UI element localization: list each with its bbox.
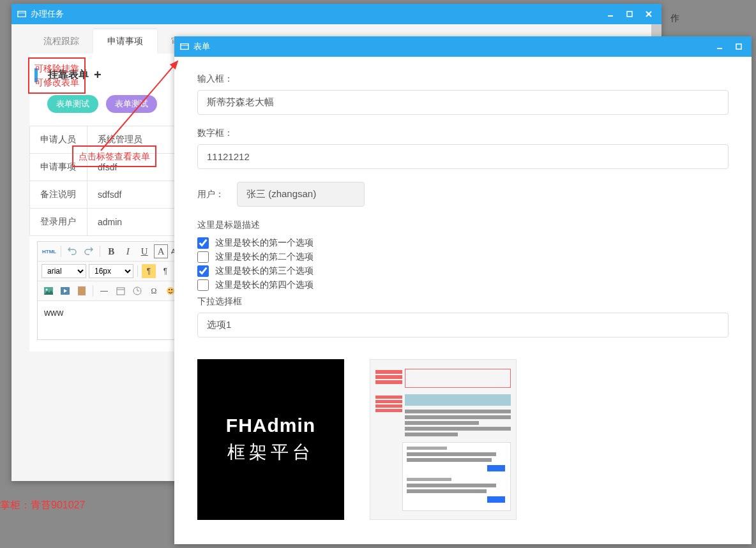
checkbox-input[interactable]: [197, 251, 209, 263]
form-window: 表单 输入框： 数字框： 用户： 这里是标题描述 这里是较长的第一个选项 这里是…: [174, 36, 752, 544]
hr-button[interactable]: —: [97, 284, 111, 298]
annotation-1: 可移除挂靠 可修改表单: [28, 57, 86, 94]
checkbox-label: 这里是较长的第三个选项: [215, 265, 314, 277]
svg-point-7: [46, 289, 48, 291]
quote-button[interactable]: ¶: [158, 264, 172, 278]
image-fhadmin: FHAdmin 框架平台: [197, 359, 344, 520]
fontsize-select[interactable]: 16px: [89, 264, 133, 278]
svg-rect-10: [78, 286, 86, 295]
checkbox-option-4[interactable]: 这里是较长的第四个选项: [197, 278, 729, 292]
svg-rect-11: [117, 288, 125, 295]
task-window-titlebar[interactable]: 办理任务: [11, 4, 662, 24]
para-button[interactable]: ¶: [142, 264, 156, 278]
checkbox-label: 这里是较长的第四个选项: [215, 279, 314, 291]
tab-apply-item[interactable]: 申请事项: [93, 29, 157, 54]
watermark: @51CTO博客: [686, 529, 746, 542]
task-window-title: 办理任务: [31, 8, 603, 20]
bg-text: 作: [670, 13, 679, 24]
cell-label: 备注说明: [30, 181, 87, 209]
svg-line-18: [101, 61, 178, 151]
checkbox-input[interactable]: [197, 237, 209, 249]
window-icon: [17, 9, 27, 19]
file-icon[interactable]: [75, 284, 89, 298]
checkbox-input[interactable]: [197, 279, 209, 291]
svg-point-14: [167, 287, 174, 295]
annotation-2: 点击标签查看表单: [72, 145, 156, 167]
svg-point-15: [169, 289, 170, 290]
image-screenshot: [370, 359, 517, 520]
select-label: 下拉选择框: [197, 296, 729, 307]
number-label: 数字框：: [197, 128, 729, 139]
input-label: 输入框：: [197, 73, 729, 85]
close-button[interactable]: [641, 8, 656, 20]
maximize-button[interactable]: [622, 8, 637, 20]
checkbox-label: 这里是较长的第二个选项: [215, 251, 314, 263]
tab-process-track[interactable]: 流程跟踪: [29, 29, 93, 54]
image-icon[interactable]: [42, 284, 56, 298]
font-select[interactable]: arial: [42, 264, 86, 278]
video-icon[interactable]: [58, 284, 72, 298]
redo-button[interactable]: [82, 244, 96, 258]
checkbox-option-3[interactable]: 这里是较长的第三个选项: [197, 264, 729, 278]
maximize-button[interactable]: [731, 40, 746, 53]
checkbox-input[interactable]: [197, 265, 209, 277]
date-icon[interactable]: [114, 284, 128, 298]
underline-button[interactable]: U: [137, 244, 151, 258]
html-button[interactable]: HTML: [42, 244, 57, 258]
undo-button[interactable]: [65, 244, 79, 258]
checkbox-option-1[interactable]: 这里是较长的第一个选项: [197, 236, 729, 250]
italic-button[interactable]: I: [121, 244, 135, 258]
svg-point-16: [171, 289, 172, 290]
omega-button[interactable]: Ω: [147, 284, 161, 298]
checkbox-group-label: 这里是标题描述: [197, 219, 729, 231]
svg-rect-22: [736, 44, 741, 49]
svg-rect-0: [18, 11, 26, 17]
number-input[interactable]: [197, 144, 729, 169]
select-field[interactable]: [197, 313, 729, 337]
svg-rect-19: [181, 44, 188, 50]
svg-rect-3: [627, 11, 632, 17]
checkbox-option-2[interactable]: 这里是较长的第二个选项: [197, 250, 729, 264]
window-icon: [179, 41, 190, 52]
user-field: [237, 182, 365, 207]
time-icon[interactable]: [130, 284, 144, 298]
fontcolor-button[interactable]: A: [154, 244, 168, 258]
form-tag-1[interactable]: 表单测试: [47, 95, 98, 113]
checkbox-label: 这里是较长的第一个选项: [215, 237, 314, 249]
minimize-button[interactable]: [603, 8, 618, 20]
text-input[interactable]: [197, 90, 729, 115]
footer-text: 掌柜：青苔901027: [0, 499, 85, 512]
user-label: 用户：: [197, 189, 224, 200]
minimize-button[interactable]: [712, 40, 727, 53]
cell-label: 登录用户: [30, 209, 87, 236]
form-window-title: 表单: [193, 41, 712, 52]
form-window-titlebar[interactable]: 表单: [174, 36, 752, 57]
bold-button[interactable]: B: [104, 244, 118, 258]
